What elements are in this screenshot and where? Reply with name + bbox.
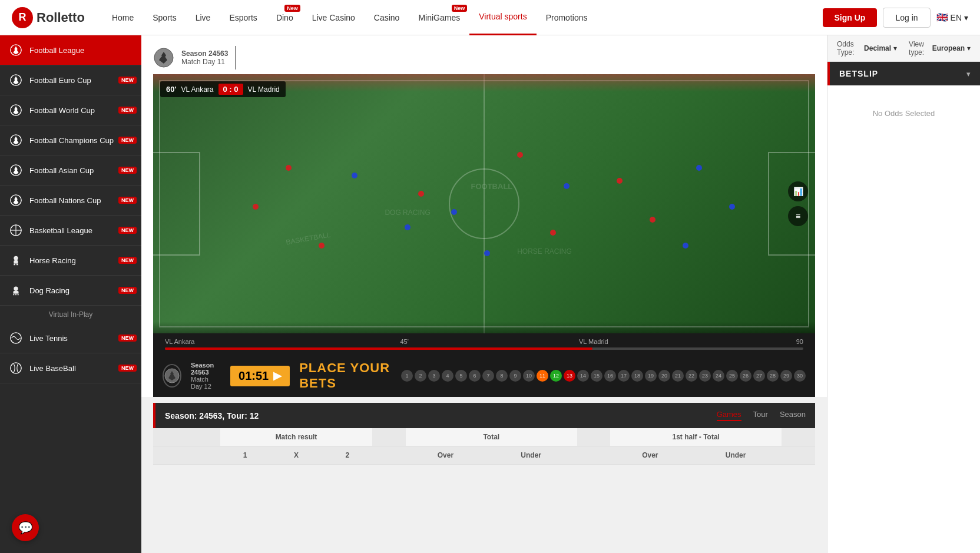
sidebar-item-football-asian-cup[interactable]: Football Asian Cup NEW [0,155,141,186]
nav-item-dino[interactable]: DinoNew [267,0,303,35]
round-dot-18[interactable]: 18 [631,370,643,382]
view-type-value[interactable]: European [932,44,965,52]
nav-item-home[interactable]: Home [102,0,143,35]
season-tab-games[interactable]: Games [717,410,741,421]
round-dot-16[interactable]: 16 [604,370,616,382]
round-dot-20[interactable]: 20 [658,370,670,382]
svg-marker-14 [13,170,18,174]
season-tab-tour[interactable]: Tour [753,410,768,421]
login-button[interactable]: Log in [883,8,930,28]
next-match-info: Season 24563 Match Day 12 [191,362,221,390]
season-tab-season[interactable]: Season [780,410,806,421]
round-dot-21[interactable]: 21 [672,370,684,382]
language-selector[interactable]: 🇬🇧 EN ▾ [936,12,968,23]
nav-item-casino[interactable]: Casino [365,0,409,35]
signup-button[interactable]: Sign Up [823,8,878,27]
match-day: Match Day 11 [181,58,228,66]
logo[interactable]: R Rolletto [12,7,85,28]
score-overlay: 60' VL Ankara 0 : 0 VL Madrid [160,81,286,97]
next-match-day: Match Day 12 [191,376,221,390]
round-dot-7[interactable]: 7 [482,370,494,382]
sidebar-item-live-tennis[interactable]: Live Tennis NEW [0,323,141,353]
view-type-label: View type: [909,40,930,57]
sidebar-label-basketball-league: Basketball League [29,226,133,235]
player-red-2 [253,204,259,210]
nav-item-live[interactable]: Live [186,0,220,35]
round-dot-4[interactable]: 4 [442,370,453,382]
betslip-expand-icon[interactable]: ▾ [966,69,971,78]
logo-text: Rolletto [37,10,85,25]
sidebar-icon-basketball-league [8,223,24,238]
col-total-header: Total [406,428,577,446]
round-dot-29[interactable]: 29 [780,370,792,382]
sidebar-item-football-league[interactable]: Football League [0,35,141,65]
round-dot-3[interactable]: 3 [428,370,440,382]
sidebar-item-football-euro-cup[interactable]: Football Euro Cup NEW [0,65,141,95]
progress-bar [165,347,803,350]
sidebar-label-dog-racing: Dog Racing [29,286,133,295]
match-header: Season 24563 Match Day 11 [153,41,815,74]
col-total-line-header [372,446,406,465]
team2-progress-label: VL Madrid [579,338,608,345]
round-dot-11[interactable]: 11 [537,370,548,382]
chart-icon[interactable]: 📊 [788,181,808,201]
sidebar-icon-dog-racing [8,283,24,298]
nav-item-esports[interactable]: Esports [220,0,266,35]
nav-item-minigames[interactable]: MiniGamesNew [409,0,469,35]
chevron-down-icon-view[interactable]: ▾ [967,44,971,52]
round-dot-14[interactable]: 14 [577,370,589,382]
header-right: Sign Up Log in 🇬🇧 EN ▾ [823,8,969,28]
round-dot-27[interactable]: 27 [753,370,765,382]
nav-item-promotions[interactable]: Promotions [537,0,597,35]
nav-item-sports[interactable]: Sports [143,0,186,35]
round-dot-5[interactable]: 5 [455,370,467,382]
player-blue-4 [564,183,570,189]
round-dot-15[interactable]: 15 [591,370,602,382]
chevron-down-icon-odds[interactable]: ▾ [893,44,897,52]
round-dot-2[interactable]: 2 [415,370,426,382]
round-dot-17[interactable]: 17 [618,370,630,382]
sidebar-item-horse-racing[interactable]: Horse Racing NEW [0,246,141,276]
sidebar-item-football-champions-cup[interactable]: Football Champions Cup NEW [0,125,141,155]
sidebar-item-basketball-league[interactable]: Basketball League NEW [0,216,141,246]
sidebar-label-football-world-cup: Football World Cup [29,106,133,115]
round-dot-1[interactable]: 1 [401,370,413,382]
team1-progress-label: VL Ankara [165,338,194,345]
round-dot-25[interactable]: 25 [726,370,738,382]
round-dot-6[interactable]: 6 [469,370,481,382]
nav-item-virtual-sports[interactable]: Virtual sports [469,0,536,35]
sidebar-label-football-champions-cup: Football Champions Cup [29,136,133,145]
sidebar-item-football-world-cup[interactable]: Football World Cup NEW [0,95,141,125]
sidebar-section-virtual-inplay[interactable]: Virtual In-Play [0,306,141,323]
list-icon[interactable]: ≡ [788,206,808,226]
round-dot-26[interactable]: 26 [740,370,751,382]
odds-type-selector: Odds Type: Decimal ▾ [837,40,897,57]
round-dot-10[interactable]: 10 [523,370,535,382]
player-red-1 [286,165,292,171]
round-dot-23[interactable]: 23 [699,370,711,382]
round-dot-30[interactable]: 30 [794,370,806,382]
round-dot-12[interactable]: 12 [550,370,562,382]
col-over-header: Over [406,446,485,465]
sidebar-item-football-nations-cup[interactable]: Football Nations Cup NEW [0,186,141,216]
sidebar-new-badge-horse-racing: NEW [118,257,137,264]
divider [235,46,236,69]
sidebar-item-dog-racing[interactable]: Dog Racing NEW [0,276,141,306]
chat-bubble[interactable]: 💬 [12,514,39,541]
round-dot-13[interactable]: 13 [564,370,575,382]
col-more-header [782,446,815,465]
video-section: Season 24563 Match Day 11 [141,35,827,397]
odds-type-value[interactable]: Decimal [864,44,891,52]
round-dot-8[interactable]: 8 [496,370,508,382]
round-dot-24[interactable]: 24 [713,370,724,382]
player-blue-2 [451,209,457,215]
nav-item-live-casino[interactable]: Live Casino [303,0,365,35]
round-dot-28[interactable]: 28 [767,370,779,382]
chat-icon: 💬 [18,521,33,535]
content: Season 24563 Match Day 11 [141,35,827,553]
round-dot-9[interactable]: 9 [509,370,521,382]
round-indicators: 1234567891011121314151617181920212223242… [401,370,806,382]
round-dot-19[interactable]: 19 [645,370,657,382]
round-dot-22[interactable]: 22 [686,370,697,382]
sidebar-item-live-baseball[interactable]: Live BaseBall NEW [0,353,141,383]
